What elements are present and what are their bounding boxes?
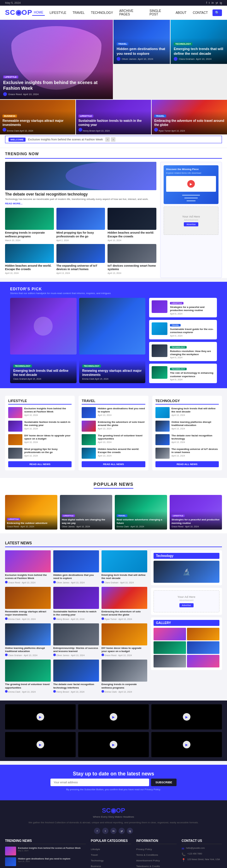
tech-article-2[interactable]: The debate over facial recognition techn… bbox=[155, 434, 219, 445]
footer-info-2[interactable]: Advertisement Policy bbox=[136, 858, 176, 862]
travel-read-all[interactable]: READ ALL NEWS bbox=[82, 461, 145, 467]
lifestyle-article-1[interactable]: Sustainable fashion trends to watch in t… bbox=[8, 421, 72, 432]
nav-technology[interactable]: TECHNOLOGY bbox=[89, 10, 114, 16]
gallery-img-4[interactable] bbox=[153, 655, 186, 668]
travel-article-1[interactable]: Embracing the adventure of solo travel a… bbox=[82, 421, 145, 432]
footer-info-link-1[interactable]: Terms & Conditions bbox=[136, 854, 158, 856]
trending-read-more[interactable]: READ MORE... bbox=[5, 202, 23, 205]
nav-home[interactable]: HOME bbox=[32, 10, 45, 16]
footer-cat-3[interactable]: Business bbox=[91, 864, 131, 868]
footer-cat-link-0[interactable]: Lifestyle bbox=[91, 848, 100, 851]
hero-item-1[interactable]: TRAVEL Hidden gem destinations that you … bbox=[113, 20, 170, 64]
footer-info-link-3[interactable]: Takedowns & Credits bbox=[136, 865, 160, 868]
ep-main-2[interactable]: TECHNOLOGY Renewing energy startups attr… bbox=[79, 298, 146, 383]
video-item-4[interactable]: ▶ bbox=[78, 732, 149, 757]
ep-list-item-3[interactable]: TECHNOLOGY The role of technology in enh… bbox=[149, 364, 217, 383]
ad-button[interactable]: Advertise bbox=[184, 222, 198, 226]
hero-main-article[interactable]: LIFESTYLE Exclusive insights from behind… bbox=[0, 20, 113, 99]
social-extra-icon[interactable]: ig bbox=[220, 1, 222, 4]
gallery-img-5[interactable] bbox=[187, 655, 220, 668]
footer-tw-icon[interactable]: t bbox=[102, 828, 109, 834]
latest-item-2[interactable]: Emerging tech trends that will define th… bbox=[102, 550, 147, 584]
wide-article-2[interactable]: TRAVEL Embracing the adventure of solo t… bbox=[152, 100, 227, 134]
ep-list-item-2[interactable]: TECHNOLOGY Robotics revolution: How they… bbox=[149, 342, 217, 362]
facebook-icon[interactable]: f bbox=[206, 1, 207, 4]
nav-single[interactable]: SINGLE POST bbox=[148, 8, 171, 17]
wide-article-0[interactable]: BUSINESS Renewable energy startups attra… bbox=[0, 100, 75, 134]
footer-cat-2[interactable]: Technology bbox=[91, 858, 131, 862]
footer-cat-1[interactable]: Travel bbox=[91, 852, 131, 857]
ep-list-item-1[interactable]: TRAVEL Sustainable travel guide for the … bbox=[149, 320, 217, 339]
footer-cat-0[interactable]: Lifestyle bbox=[91, 846, 131, 851]
footer-ig-icon[interactable]: ig bbox=[127, 828, 133, 834]
ticker-next[interactable]: › bbox=[111, 137, 115, 142]
trending-item-5[interactable]: The expanding universe of IoT devices in… bbox=[56, 244, 105, 274]
trending-item-1[interactable]: Emerging trends in corporate wellness pr… bbox=[5, 208, 54, 241]
technology-read-all[interactable]: READ ALL NEWS bbox=[155, 461, 219, 467]
video-item-3[interactable]: ▶ bbox=[5, 732, 76, 757]
lifestyle-article-2[interactable]: DIY home decor ideas to upgrade your spa… bbox=[8, 434, 72, 445]
gallery-img-2[interactable] bbox=[153, 641, 186, 654]
latest-item-10[interactable]: The debate over facial recognition techn… bbox=[53, 659, 99, 693]
tech-article-3[interactable]: The expanding universe of IoT devices in… bbox=[155, 448, 219, 459]
lifestyle-article-0[interactable]: Exclusive insights from behind the scene… bbox=[8, 407, 72, 418]
latest-item-11[interactable]: Emerging trends in corporate wellness pr… bbox=[102, 659, 147, 693]
nav-contact[interactable]: CONTACT bbox=[191, 10, 209, 16]
search-button[interactable]: 🔍 bbox=[212, 9, 222, 16]
ep-list-item-0[interactable]: LIFESTYLE Strategies for a peaceful and … bbox=[149, 298, 217, 317]
trending-main-article[interactable]: The debate over facial recognition techn… bbox=[5, 162, 157, 205]
trending-item-4[interactable]: Hidden beaches around the world. Escape … bbox=[5, 244, 54, 274]
gallery-img-3[interactable] bbox=[187, 641, 220, 654]
footer-info-link-0[interactable]: Privacy Policy bbox=[136, 848, 152, 851]
footer-info-link-2[interactable]: Advertisement Policy bbox=[136, 859, 160, 862]
ad-cta-button[interactable]: Advertise bbox=[179, 603, 194, 607]
latest-item-3[interactable]: Renewable energy startups attract major … bbox=[5, 587, 51, 620]
video-item-0[interactable]: ▶ bbox=[5, 704, 76, 730]
footer-cat-link-3[interactable]: Business bbox=[91, 865, 101, 868]
ep-main-1[interactable]: TECHNOLOGY Emerging tech trends that wil… bbox=[10, 298, 77, 383]
gallery-img-0[interactable] bbox=[153, 628, 186, 640]
travel-article-0[interactable]: Hidden gem destinations that you need to… bbox=[82, 407, 145, 418]
travel-article-2[interactable]: The growing trend of volunteer travel op… bbox=[82, 434, 145, 445]
footer-fb-icon[interactable]: f bbox=[94, 828, 100, 834]
gallery-img-1[interactable] bbox=[187, 628, 220, 640]
trending-item-3[interactable]: Hidden beaches around the world: Escape … bbox=[108, 208, 157, 241]
ticker-prev[interactable]: ‹ bbox=[105, 137, 110, 142]
latest-item-1[interactable]: Hidden gem destinations that you need to… bbox=[53, 550, 99, 584]
video-item-2[interactable]: ▶ bbox=[151, 704, 222, 730]
footer-recent-0[interactable]: Exclusive insights from behind the scene… bbox=[5, 846, 86, 856]
footer-info-0[interactable]: Privacy Policy bbox=[136, 846, 176, 851]
latest-item-5[interactable]: Embracing the adventure of solo travel a… bbox=[102, 587, 147, 620]
nav-about[interactable]: ABOUT bbox=[174, 10, 188, 16]
lifestyle-article-3[interactable]: Mind propping tips for busy professional… bbox=[8, 448, 72, 459]
footer-cat-link-1[interactable]: Travel bbox=[91, 854, 98, 856]
nav-archive[interactable]: ARCHIVE PAGES bbox=[118, 8, 145, 17]
footer-info-1[interactable]: Terms & Conditions bbox=[136, 852, 176, 857]
video-item-5[interactable]: ▶ bbox=[151, 732, 222, 757]
wide-article-1[interactable]: LIFESTYLE Sustainable fashion trends to … bbox=[76, 100, 151, 134]
footer-cat-link-2[interactable]: Technology bbox=[91, 859, 104, 862]
travel-article-3[interactable]: Hidden beaches around the world: Escape … bbox=[82, 448, 145, 459]
nav-travel[interactable]: TRAVEL bbox=[71, 10, 86, 16]
latest-item-9[interactable]: The growing trend of volunteer travel op… bbox=[5, 659, 51, 693]
latest-item-7[interactable]: Entrepreneurship: Stories of success and… bbox=[53, 623, 99, 657]
pop-article-1[interactable]: LIFESTYLE How digital wallets are changi… bbox=[60, 495, 112, 530]
latest-item-0[interactable]: Exclusive insights from behind the scene… bbox=[5, 550, 51, 584]
latest-item-4[interactable]: Sustainable fashion trends to watch in t… bbox=[53, 587, 99, 620]
hero-item-2[interactable]: TECHNOLOGY Emerging tech trends that wil… bbox=[171, 20, 227, 64]
tech-article-1[interactable]: Online learning platforms disrupt tradit… bbox=[155, 421, 219, 432]
video-item-1[interactable]: ▶ bbox=[78, 704, 149, 730]
nav-lifestyle[interactable]: LIFESTYLE bbox=[48, 10, 68, 16]
pop-article-3[interactable]: LIFESTYLE Strategies for a peaceful and … bbox=[170, 495, 222, 530]
footer-info-3[interactable]: Takedowns & Credits bbox=[136, 864, 176, 868]
trending-item-6[interactable]: IoT devices connecting smart home system… bbox=[108, 244, 157, 274]
tech-article-0[interactable]: Emerging tech trends that will define th… bbox=[155, 407, 219, 418]
newsletter-button[interactable]: SUBSCRIBE bbox=[151, 779, 176, 786]
pop-article-2[interactable]: TRAVEL Real volunteer adventures changin… bbox=[115, 495, 167, 530]
footer-recent-1[interactable]: Hidden gem destinations that you need to… bbox=[5, 857, 86, 866]
newsletter-input[interactable] bbox=[51, 779, 149, 786]
latest-item-6[interactable]: Online learning platforms disrupt tradit… bbox=[5, 623, 51, 657]
pop-article-0[interactable]: LIFESTYLE Embracing the outdoor adventur… bbox=[5, 495, 57, 530]
instagram-icon[interactable]: in bbox=[211, 1, 214, 4]
trending-item-2[interactable]: Mind propping tips for busy professional… bbox=[56, 208, 105, 241]
